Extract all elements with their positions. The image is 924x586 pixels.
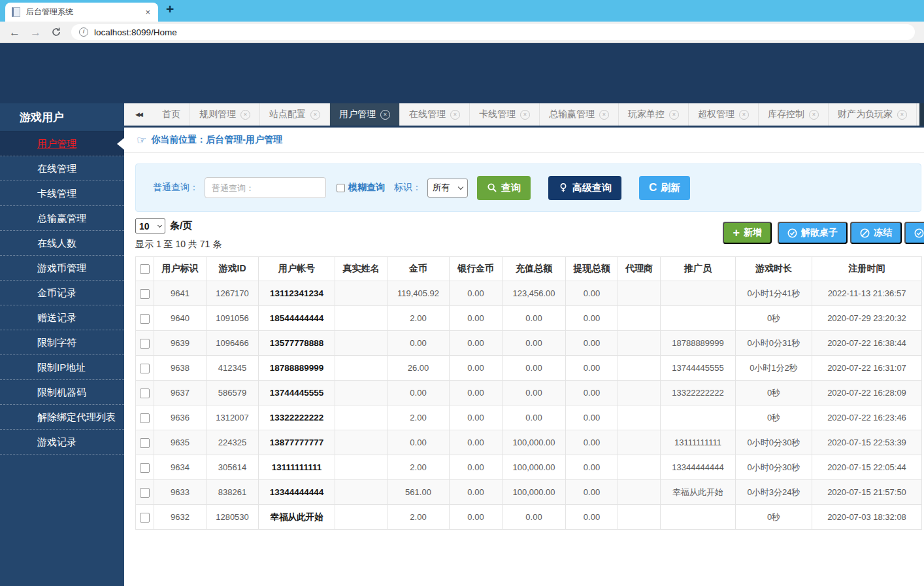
page-tab[interactable]: 总输赢管理 × [540,103,619,126]
page-tab-close-icon[interactable]: × [240,110,250,120]
page-tab[interactable]: 财产为负玩家 × [829,103,917,126]
column-header[interactable]: 提现总额 [566,257,618,281]
table-row[interactable]: 9638 412345 18788889999 26.00 0.00 0.00 … [136,356,922,381]
page-tab[interactable]: 玩家单控 × [619,103,689,126]
table-row[interactable]: 9641 1267170 13112341234 119,405.92 0.00… [136,281,922,306]
sidebar-item[interactable]: 用户管理 [0,131,124,156]
table-row[interactable]: 9640 1091056 18544444444 2.00 0.00 0.00 … [136,306,922,331]
page-tab[interactable]: 规则管理 × [190,103,260,126]
table-header-row: 用户标识 游戏ID 用户帐号 真实姓名 金币 银行金币 充值总额 提现总额 [136,257,922,281]
url-bar[interactable]: i localhost:8099/Home [71,24,915,40]
site-info-icon[interactable]: i [79,27,88,37]
sidebar-item[interactable]: 在线管理 [0,156,124,181]
table-row[interactable]: 9637 586579 13744445555 0.00 0.00 0.00 0… [136,381,922,405]
add-button[interactable]: + 新增 [723,222,772,244]
dissolve-table-button[interactable]: 解散桌子 [778,222,848,244]
column-header[interactable]: 用户标识 [154,257,206,281]
column-header[interactable]: 充值总额 [503,257,566,281]
sidebar-item[interactable]: 解除绑定代理列表 [0,405,124,430]
back-icon[interactable]: ← [9,27,20,38]
page-tab-label: 首页 [162,109,180,120]
query-input[interactable] [205,177,326,198]
table-row[interactable]: 9632 1280530 幸福从此开始 2.00 0.00 0.00 0.00 … [136,505,922,530]
freeze-button[interactable]: 冻结 [850,222,902,244]
page-tab[interactable]: 用户管理 × [330,103,400,126]
table-row[interactable]: 9635 224325 13877777777 0.00 0.00 100,00… [136,430,922,455]
refresh-button[interactable]: C 刷新 [639,176,690,200]
table-row[interactable]: 9639 1096466 13577778888 0.00 0.00 0.00 … [136,331,922,356]
tab-close-icon[interactable]: × [144,7,152,17]
cell-register-time: 2020-07-22 16:38:44 [812,331,922,356]
sidebar-item[interactable]: 赠送记录 [0,305,124,330]
row-checkbox[interactable] [140,289,150,299]
sidebar-item[interactable]: 总输赢管理 [0,206,124,231]
page-tab[interactable]: 库存控制 × [759,103,829,126]
table-row[interactable]: 9636 1312007 13322222222 2.00 0.00 0.00 … [136,405,922,430]
table-row[interactable]: 9634 305614 13111111111 2.00 0.00 100,00… [136,455,922,480]
page-tab[interactable]: 首页 × [153,103,190,126]
sidebar-item[interactable]: 限制IP地址 [0,355,124,380]
page-tab-close-icon[interactable]: × [739,110,749,120]
table-row[interactable]: 9633 838261 13344444444 561.00 0.00 100,… [136,480,922,505]
user-table: 用户标识 游戏ID 用户帐号 真实姓名 金币 银行金币 充值总额 提现总额 [135,256,922,530]
sidebar-item[interactable]: 在线人数 [0,231,124,256]
fuzzy-checkbox[interactable] [337,184,345,192]
row-checkbox-cell [136,505,154,530]
sidebar-item[interactable]: 游戏币管理 [0,256,124,281]
column-header[interactable]: 银行金币 [450,257,503,281]
page-tab-label: 财产为负玩家 [838,109,893,120]
flag-select[interactable]: 所有 [427,179,468,198]
column-header[interactable]: 游戏ID [206,257,259,281]
cell-bank-gold: 0.00 [450,505,503,530]
search-button[interactable]: 查询 [477,176,531,200]
page-tab-close-icon[interactable]: × [310,110,320,120]
sidebar-item[interactable]: 金币记录 [0,281,124,305]
column-header[interactable]: 真实姓名 [335,257,388,281]
column-header[interactable]: 代理商 [618,257,661,281]
page-size-select[interactable]: 10 [135,218,165,233]
row-checkbox[interactable] [140,314,150,324]
column-header[interactable]: 推广员 [661,257,736,281]
page-tab-close-icon[interactable]: × [599,110,609,120]
reload-icon[interactable] [51,27,61,37]
row-checkbox[interactable] [140,388,150,398]
select-all-checkbox[interactable] [140,264,150,274]
new-tab-button[interactable]: + [166,1,174,17]
cell-account: 18544444444 [259,306,335,331]
sidebar-item[interactable]: 卡线管理 [0,181,124,206]
page-tab-close-icon[interactable]: × [380,110,390,120]
advanced-search-button[interactable]: 高级查询 [548,176,621,200]
cell-withdraw-total: 0.00 [566,381,618,405]
sidebar-item[interactable]: 限制字符 [0,330,124,355]
row-checkbox[interactable] [140,413,150,423]
cell-bank-gold: 0.00 [450,331,503,356]
sidebar-item[interactable]: 游戏记录 [0,430,124,455]
page-tab[interactable]: 卡线管理 × [470,103,540,126]
row-checkbox[interactable] [140,438,150,448]
page-tab-close-icon[interactable]: × [520,110,530,120]
row-checkbox[interactable] [140,513,150,523]
forward-icon[interactable]: → [30,27,41,38]
partial-action-button[interactable] [904,222,924,244]
column-header[interactable]: 游戏时长 [736,257,812,281]
row-checkbox[interactable] [140,488,150,498]
page-tab[interactable]: 超权管理 × [689,103,759,126]
column-header[interactable]: 用户帐号 [259,257,335,281]
cell-bank-gold: 0.00 [450,356,503,381]
row-checkbox[interactable] [140,463,150,473]
fuzzy-label[interactable]: 模糊查询 [348,182,385,194]
sidebar-item[interactable]: 限制机器码 [0,380,124,405]
page-tab[interactable]: 在线管理 × [400,103,470,126]
page-tab[interactable]: 站点配置 × [260,103,330,126]
sidebar-group-title[interactable]: 游戏用户 [0,103,124,131]
page-tab-close-icon[interactable]: × [669,110,679,120]
page-tab-close-icon[interactable]: × [897,110,907,120]
row-checkbox[interactable] [140,339,150,349]
column-header[interactable]: 金币 [388,257,450,281]
page-tab-close-icon[interactable]: × [450,110,460,120]
collapse-tabs-icon[interactable]: ◀◀ [124,103,153,126]
browser-tab[interactable]: 后台管理系统 × [5,3,158,22]
row-checkbox[interactable] [140,364,150,373]
column-header[interactable]: 注册时间 [812,257,922,281]
page-tab-close-icon[interactable]: × [809,110,819,120]
